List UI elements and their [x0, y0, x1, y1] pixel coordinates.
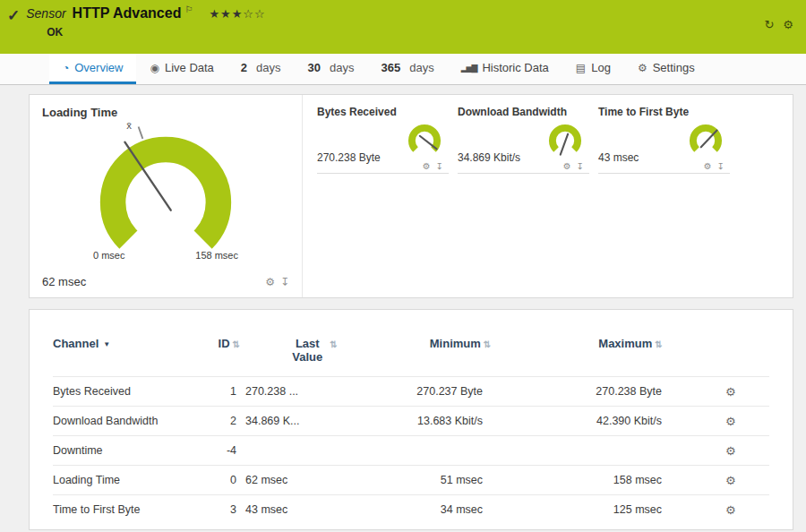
overview-donut-icon: ◔ — [63, 62, 69, 74]
gauge-gear-icon[interactable]: ⚙ — [265, 276, 275, 288]
mini-gear-icon[interactable]: ⚙ — [423, 161, 431, 171]
channel-settings-icon[interactable]: ⚙ — [725, 474, 736, 487]
mini-gauge-svg — [404, 120, 445, 161]
mini-gauges: Bytes Received 270.238 Byte ⚙ ↧ Download… — [303, 95, 730, 297]
header-id-label: ID — [219, 337, 230, 350]
channel-dropdown-icon[interactable]: ▼ — [103, 340, 110, 348]
mini-gauge-needle — [561, 134, 568, 155]
tab-live-data-label: Live Data — [165, 61, 214, 74]
tab-30-days-number: 30 — [308, 61, 321, 74]
tab-2-days-label: days — [256, 61, 280, 74]
gauge-scale-max: 158 msec — [195, 250, 238, 261]
channel-settings-icon[interactable]: ⚙ — [725, 503, 736, 517]
header-minimum-label: Minimum — [430, 337, 481, 350]
header-maximum-label: Maximum — [598, 337, 652, 350]
channel-maximum: 42.390 Kbit/s — [541, 415, 720, 427]
mini-gear-icon[interactable]: ⚙ — [563, 161, 571, 171]
header-refresh-icon[interactable]: ↻ — [764, 18, 774, 54]
status-ok-check-icon: ✓ — [7, 6, 20, 54]
tab-30-days-label: days — [330, 61, 354, 74]
tab-365-days-label: days — [409, 61, 433, 74]
header-gear-icon[interactable]: ⚙ — [783, 18, 793, 54]
channel-id: -4 — [196, 444, 245, 457]
gauge-pin-icon[interactable]: ↧ — [280, 276, 289, 288]
mini-gauge-arc — [693, 128, 718, 150]
gauges-panel: Loading Time x̄ 0 msec 158 msec 62 msec … — [29, 94, 793, 298]
priority-stars[interactable]: ★★★☆☆ — [209, 7, 265, 21]
mini-title: Bytes Received — [317, 106, 449, 118]
channel-last-value: 34.869 K... — [245, 415, 380, 427]
tab-log-label: Log — [591, 61, 611, 74]
channel-name[interactable]: Bytes Received — [53, 385, 196, 398]
header-id[interactable]: ID⇅ — [196, 337, 245, 350]
mini-gauge-download-bandwidth: Download Bandwidth 34.869 Kbit/s ⚙ ↧ — [449, 106, 589, 297]
gauge-scale-min: 0 msec — [93, 250, 124, 261]
channel-id: 3 — [196, 503, 245, 516]
sort-icon[interactable]: ⇅ — [655, 339, 662, 349]
mini-gauge-bytes-received: Bytes Received 270.238 Byte ⚙ ↧ — [308, 106, 449, 297]
channel-last-value: 62 msec — [245, 474, 380, 486]
table-row: Loading Time 0 62 msec 51 msec 158 msec … — [53, 465, 769, 494]
tab-log[interactable]: ▤ Log — [562, 54, 624, 84]
table-row: Downtime -4 ⚙ — [53, 435, 769, 465]
table-row: Time to First Byte 3 43 msec 34 msec 125… — [53, 494, 769, 524]
gauge-average-label: x̄ — [126, 120, 132, 131]
mini-pin-icon[interactable]: ↧ — [436, 161, 443, 171]
mini-gauge-time-to-first-byte: Time to First Byte 43 msec ⚙ ↧ — [589, 106, 730, 297]
header-channel[interactable]: Channel▼ — [53, 337, 196, 350]
loading-time-gauge-card: Loading Time x̄ 0 msec 158 msec 62 msec … — [30, 95, 303, 297]
tab-365-days[interactable]: 365 days — [367, 54, 447, 84]
header-channel-label: Channel — [53, 337, 99, 350]
table-row: Download Bandwidth 2 34.869 K... 13.683 … — [53, 406, 769, 435]
log-list-icon: ▤ — [576, 62, 586, 74]
sensor-title-block: Sensor HTTP Advanced ⚐ ★★★☆☆ OK — [26, 5, 265, 54]
channel-name[interactable]: Downtime — [53, 444, 196, 457]
header-last-value-label: Last Value — [287, 337, 327, 364]
channel-name[interactable]: Time to First Byte — [53, 503, 196, 516]
sort-icon[interactable]: ⇅ — [484, 339, 491, 349]
tab-2-days[interactable]: 2 days — [227, 54, 295, 84]
header-minimum[interactable]: Minimum⇅ — [380, 337, 541, 350]
channel-table-header: Channel▼ ID⇅ Last Value⇅ Minimum⇅ Maximu… — [53, 333, 769, 376]
settings-gear-icon: ⚙ — [638, 62, 647, 74]
sensor-title: HTTP Advanced — [73, 5, 182, 21]
mini-gear-icon[interactable]: ⚙ — [704, 161, 712, 171]
channel-name[interactable]: Download Bandwidth — [53, 415, 196, 427]
channel-minimum: 51 msec — [380, 474, 541, 486]
channel-settings-icon[interactable]: ⚙ — [725, 415, 736, 428]
tab-365-days-number: 365 — [381, 61, 400, 74]
header-maximum[interactable]: Maximum⇅ — [541, 337, 720, 350]
channel-minimum: 34 msec — [380, 503, 541, 516]
channel-table-panel: Channel▼ ID⇅ Last Value⇅ Minimum⇅ Maximu… — [29, 309, 793, 530]
tab-live-data[interactable]: ◉ Live Data — [136, 54, 227, 84]
header-last-value[interactable]: Last Value⇅ — [245, 337, 380, 364]
channel-maximum: 125 msec — [541, 503, 720, 516]
gauge-average-tick — [139, 127, 143, 139]
loading-time-gauge: x̄ — [81, 119, 251, 259]
tab-settings[interactable]: ⚙ Settings — [624, 54, 708, 84]
channel-name[interactable]: Loading Time — [53, 474, 196, 486]
mini-pin-icon[interactable]: ↧ — [577, 161, 584, 171]
tab-overview-label: Overview — [74, 61, 123, 74]
mini-pin-icon[interactable]: ↧ — [717, 161, 725, 171]
channel-settings-icon[interactable]: ⚙ — [725, 444, 736, 458]
tab-settings-label: Settings — [653, 61, 695, 74]
channel-last-value: 43 msec — [245, 503, 380, 516]
sensor-header: ✓ Sensor HTTP Advanced ⚐ ★★★☆☆ OK ↻ ⚙ — [0, 0, 806, 54]
tab-30-days[interactable]: 30 days — [295, 54, 368, 84]
mini-title: Download Bandwidth — [458, 106, 589, 118]
historic-data-chart-icon: ▂▅▇ — [461, 64, 477, 73]
tab-overview[interactable]: ◔ Overview — [49, 54, 136, 84]
mini-gauge-svg — [544, 120, 586, 161]
table-row: Bytes Received 1 270.238 ... 270.237 Byt… — [53, 376, 769, 406]
channel-settings-icon[interactable]: ⚙ — [725, 385, 736, 399]
mini-value: 270.238 Byte — [317, 151, 381, 164]
channel-last-value: 270.238 ... — [245, 385, 380, 398]
sort-icon[interactable]: ⇅ — [233, 339, 240, 349]
sort-icon[interactable]: ⇅ — [330, 339, 337, 349]
channel-maximum: 270.238 Byte — [541, 385, 720, 398]
flag-icon[interactable]: ⚐ — [184, 4, 193, 14]
mini-value: 43 msec — [598, 151, 639, 164]
tab-historic-data[interactable]: ▂▅▇ Historic Data — [448, 54, 562, 84]
gauge-arc — [113, 150, 219, 240]
